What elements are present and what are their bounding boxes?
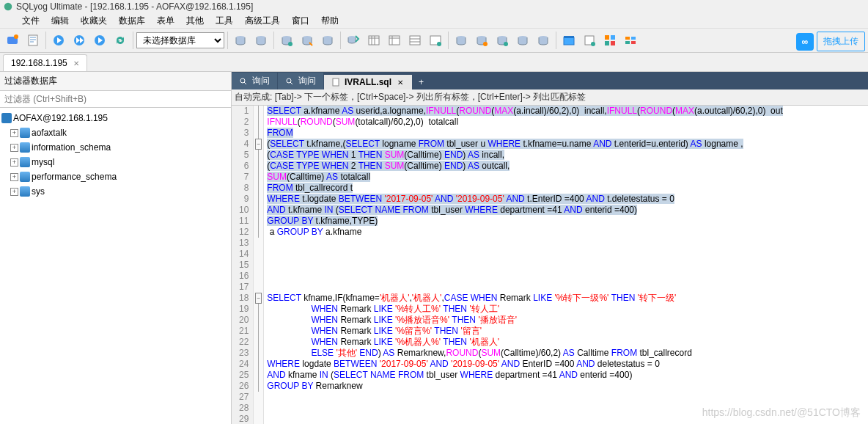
svg-rect-30 bbox=[605, 35, 609, 40]
svg-rect-35 bbox=[631, 37, 636, 40]
tb-icon[interactable] bbox=[600, 31, 619, 50]
editor-tab[interactable]: 询问 bbox=[232, 73, 277, 89]
tree-server[interactable]: AOFAX@192.168.1.195 bbox=[1, 111, 229, 125]
tb-icon[interactable] bbox=[513, 31, 532, 50]
editor-tab-active[interactable]: IVRALL.sql✕ bbox=[324, 75, 412, 89]
upload-label: 拖拽上传 bbox=[817, 32, 865, 51]
tb-icon[interactable] bbox=[559, 31, 578, 50]
menu-database[interactable]: 数据库 bbox=[114, 13, 150, 29]
tb-icon[interactable] bbox=[405, 31, 424, 50]
line-gutter: 1234567891011121314151617181920212223242… bbox=[232, 106, 254, 424]
tb-icon[interactable] bbox=[231, 31, 250, 50]
menu-file[interactable]: 文件 bbox=[18, 13, 44, 29]
execute-edit-icon[interactable] bbox=[90, 31, 109, 50]
menu-favorites[interactable]: 收藏夹 bbox=[76, 13, 111, 29]
database-icon bbox=[20, 157, 30, 167]
tb-icon[interactable] bbox=[472, 31, 491, 50]
svg-rect-3 bbox=[29, 35, 37, 45]
code-editor[interactable]: 1234567891011121314151617181920212223242… bbox=[232, 106, 868, 424]
menu-table[interactable]: 表单 bbox=[152, 13, 179, 29]
new-connection-icon[interactable] bbox=[3, 31, 22, 50]
tree-db[interactable]: +mysql bbox=[1, 155, 229, 169]
menu-bar: 文件 编辑 收藏夹 数据库 表单 其他 工具 高级工具 窗口 帮助 bbox=[0, 13, 868, 28]
svg-rect-15 bbox=[389, 36, 400, 45]
fold-column: −− bbox=[254, 106, 264, 424]
server-icon bbox=[1, 113, 12, 123]
tree-db[interactable]: +aofaxtalk bbox=[1, 125, 229, 140]
tb-icon[interactable] bbox=[534, 31, 553, 50]
window-title: SQLyog Ultimate - [192.168.1.195 - AOFAX… bbox=[16, 1, 253, 12]
editor-pane: 询问 询问 IVRALL.sql✕ + 自动完成: [Tab]-> 下一个标签，… bbox=[232, 72, 868, 424]
tree-db[interactable]: +sys bbox=[1, 184, 229, 199]
tree-db[interactable]: +information_schema bbox=[1, 140, 229, 155]
svg-rect-37 bbox=[631, 41, 636, 44]
separator bbox=[273, 32, 274, 49]
tb-icon[interactable] bbox=[426, 31, 445, 50]
svg-rect-36 bbox=[625, 41, 630, 44]
expand-icon[interactable]: + bbox=[10, 188, 18, 196]
database-icon bbox=[20, 186, 30, 197]
menu-help[interactable]: 帮助 bbox=[317, 13, 343, 29]
menu-edit[interactable]: 编辑 bbox=[47, 13, 73, 29]
tb-icon[interactable] bbox=[621, 31, 640, 50]
svg-rect-33 bbox=[611, 41, 615, 45]
svg-rect-27 bbox=[564, 36, 574, 38]
separator bbox=[133, 32, 133, 49]
database-selector[interactable]: 未选择数据库 bbox=[136, 32, 224, 48]
close-icon[interactable]: ✕ bbox=[73, 59, 79, 67]
tb-icon[interactable] bbox=[385, 31, 404, 50]
expand-icon[interactable]: + bbox=[10, 144, 18, 152]
expand-icon[interactable]: + bbox=[10, 129, 18, 137]
code-content[interactable]: SELECT a.kfname AS userid,a.logname,IFNU… bbox=[264, 106, 785, 424]
tb-icon[interactable] bbox=[493, 31, 512, 50]
expand-icon[interactable]: + bbox=[10, 158, 18, 167]
upload-button[interactable]: ∞ 拖拽上传 bbox=[796, 32, 865, 51]
separator bbox=[45, 32, 46, 49]
svg-rect-40 bbox=[333, 78, 339, 86]
new-query-icon[interactable] bbox=[23, 31, 43, 50]
tb-icon[interactable] bbox=[344, 31, 363, 50]
add-tab-button[interactable]: + bbox=[413, 75, 430, 89]
editor-tab[interactable]: 询问 bbox=[278, 73, 323, 89]
database-tree: AOFAX@192.168.1.195 +aofaxtalk +informat… bbox=[0, 108, 231, 202]
execute-all-icon[interactable] bbox=[70, 31, 89, 50]
toolbar: 未选择数据库 ∞ 拖拽上传 bbox=[0, 28, 868, 53]
close-icon[interactable]: ✕ bbox=[396, 78, 405, 87]
separator bbox=[556, 32, 556, 49]
tree-db[interactable]: +performance_schema bbox=[1, 169, 229, 184]
svg-rect-31 bbox=[611, 35, 615, 40]
tb-icon[interactable] bbox=[251, 31, 271, 50]
database-icon bbox=[20, 142, 30, 153]
menu-advtools[interactable]: 高级工具 bbox=[240, 13, 284, 29]
tb-icon[interactable] bbox=[364, 31, 383, 50]
expand-icon[interactable]: + bbox=[10, 173, 18, 181]
tb-icon[interactable] bbox=[318, 31, 337, 50]
filter-input[interactable] bbox=[0, 91, 231, 108]
connection-tab[interactable]: 192.168.1.195 ✕ bbox=[3, 54, 87, 71]
svg-point-18 bbox=[437, 42, 441, 46]
svg-point-0 bbox=[4, 3, 12, 11]
tb-icon[interactable] bbox=[298, 31, 317, 50]
tb-icon[interactable] bbox=[580, 31, 599, 50]
separator bbox=[227, 32, 228, 49]
separator bbox=[448, 32, 449, 49]
main-area: 过滤器数据库 AOFAX@192.168.1.195 +aofaxtalk +i… bbox=[0, 72, 868, 424]
app-icon bbox=[3, 1, 13, 12]
menu-tools[interactable]: 工具 bbox=[211, 13, 238, 29]
svg-point-23 bbox=[504, 42, 508, 46]
refresh-icon[interactable] bbox=[111, 31, 130, 50]
upload-cloud-icon: ∞ bbox=[796, 33, 814, 51]
connection-tabs: 192.168.1.195 ✕ bbox=[0, 53, 868, 72]
autocomplete-hint: 自动完成: [Tab]-> 下一个标签，[Ctrl+Space]-> 列出所有标… bbox=[232, 89, 868, 106]
tb-icon[interactable] bbox=[452, 31, 471, 50]
file-icon bbox=[331, 78, 340, 87]
title-bar: SQLyog Ultimate - [192.168.1.195 - AOFAX… bbox=[0, 0, 868, 13]
svg-rect-34 bbox=[625, 37, 630, 40]
menu-other[interactable]: 其他 bbox=[182, 13, 208, 29]
svg-point-2 bbox=[14, 34, 18, 39]
separator bbox=[340, 32, 341, 49]
execute-icon[interactable] bbox=[49, 31, 68, 50]
connection-tab-label: 192.168.1.195 bbox=[11, 58, 67, 68]
tb-icon[interactable] bbox=[277, 31, 296, 50]
menu-window[interactable]: 窗口 bbox=[287, 13, 314, 29]
